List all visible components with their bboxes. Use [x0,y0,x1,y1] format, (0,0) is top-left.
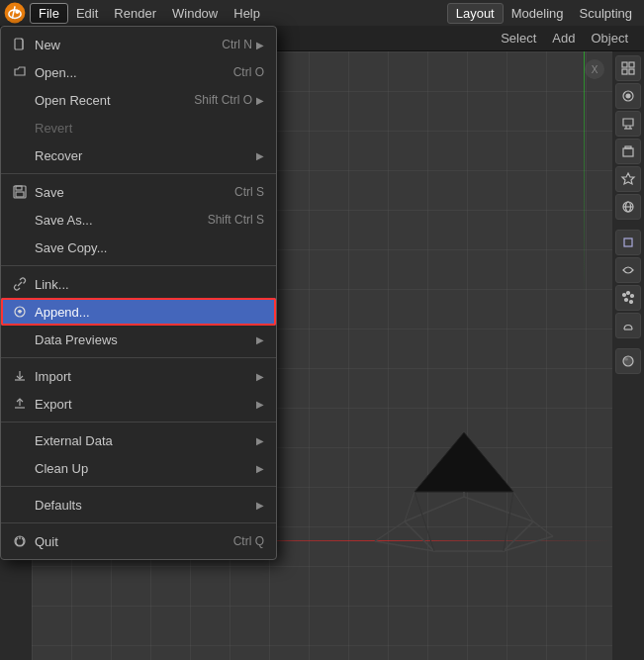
clean-up-arrow: ▶ [256,463,264,474]
menu-render[interactable]: Render [106,4,164,23]
svg-point-42 [631,295,634,298]
properties-scene[interactable] [615,55,641,81]
properties-material[interactable] [615,348,641,374]
open-recent-icon [11,91,29,109]
properties-render[interactable] [615,83,641,109]
menu-bar: File Edit Render Window Help Layout Mode… [0,0,644,26]
menu-item-save-copy[interactable]: Save Copy... [1,234,276,261]
header-add[interactable]: Add [544,29,583,47]
recover-label: Recover [35,148,252,163]
svg-line-21 [405,492,414,521]
export-icon [11,395,29,413]
menu-item-save[interactable]: Save Ctrl S [1,178,276,206]
external-data-arrow: ▶ [256,435,264,446]
properties-object[interactable] [615,230,641,255]
separator-4 [1,422,276,423]
open-recent-arrow: ▶ [256,95,264,106]
open-icon [11,63,29,81]
menu-edit[interactable]: Edit [68,4,106,23]
import-icon [11,367,29,385]
svg-rect-35 [625,146,631,148]
new-shortcut: Ctrl N [222,38,252,51]
import-arrow: ▶ [256,371,264,382]
clean-up-icon [11,459,29,477]
properties-modifier[interactable] [615,257,641,283]
svg-rect-39 [624,238,632,246]
svg-line-18 [533,521,553,536]
file-menu: New Ctrl N ▶ Open... Ctrl O Open Recent … [0,26,277,560]
svg-point-46 [623,356,633,366]
append-icon [11,303,29,321]
menu-item-import[interactable]: Import ▶ [1,362,276,390]
save-copy-icon [11,238,29,256]
separator-5 [1,486,276,487]
properties-view-layer[interactable] [615,139,641,164]
link-icon [11,275,29,293]
open-shortcut: Ctrl O [233,65,264,79]
save-as-shortcut: Shift Ctrl S [208,213,264,227]
workspace-tab-modeling[interactable]: Modeling [504,4,572,23]
new-doc-icon [11,36,29,53]
properties-particles[interactable] [615,285,641,311]
menu-item-revert: Revert [1,114,276,141]
header-object[interactable]: Object [583,29,636,47]
menu-item-new[interactable]: New Ctrl N ▶ [1,31,276,58]
data-previews-icon [11,330,29,348]
svg-rect-25 [622,62,627,67]
workspace-tab-sculpting[interactable]: Sculpting [572,4,640,23]
gizmo-x[interactable]: X [585,59,604,79]
menu-item-append[interactable]: Append... [1,298,276,326]
open-label: Open... [35,65,214,80]
new-arrow: ▶ [256,40,264,50]
properties-output[interactable] [615,111,641,137]
menu-item-link[interactable]: Link... [1,270,276,298]
save-icon [11,183,29,201]
workspace-tab-layout[interactable]: Layout [447,3,504,24]
menu-item-quit[interactable]: Quit Ctrl Q [1,527,276,555]
properties-scene-settings[interactable] [615,166,641,192]
defaults-label: Defaults [35,498,252,513]
viewport-overlays: X [585,59,604,79]
right-panel [612,51,644,660]
header-select[interactable]: Select [493,29,544,47]
revert-label: Revert [35,121,264,136]
export-arrow: ▶ [256,399,264,410]
properties-physics[interactable] [615,313,641,338]
menu-item-save-as[interactable]: Save As... Shift Ctrl S [1,206,276,234]
menu-help[interactable]: Help [226,4,268,23]
svg-point-40 [623,294,626,297]
svg-point-0 [5,3,26,24]
recover-arrow: ▶ [256,150,264,161]
menu-item-external-data[interactable]: External Data ▶ [1,426,276,454]
svg-marker-14 [414,432,513,492]
save-copy-label: Save Copy... [35,240,264,255]
quit-shortcut: Ctrl Q [233,534,264,548]
menu-item-open-recent[interactable]: Open Recent Shift Ctrl O ▶ [1,86,276,114]
data-previews-label: Data Previews [35,332,252,347]
menu-item-open[interactable]: Open... Ctrl O [1,58,276,86]
save-label: Save [35,185,215,200]
properties-world[interactable] [615,194,641,220]
import-label: Import [35,369,252,384]
svg-rect-48 [15,39,23,49]
menu-item-defaults[interactable]: Defaults ▶ [1,491,276,519]
menu-item-recover[interactable]: Recover ▶ [1,141,276,169]
recover-icon [11,146,29,164]
svg-rect-26 [629,62,634,67]
separator-2 [1,265,276,266]
separator-6 [1,522,276,523]
file-dropdown: New Ctrl N ▶ Open... Ctrl O Open Recent … [0,26,277,560]
separator-1 [1,173,276,174]
svg-rect-28 [629,69,634,74]
menu-item-data-previews[interactable]: Data Previews ▶ [1,326,276,353]
quit-label: Quit [35,534,214,549]
menu-window[interactable]: Window [164,4,226,23]
svg-line-22 [513,492,533,521]
menu-file[interactable]: File [30,3,68,24]
menu-item-export[interactable]: Export ▶ [1,390,276,418]
svg-point-44 [630,301,633,304]
open-recent-label: Open Recent [35,93,174,108]
revert-icon [11,119,29,137]
menu-item-clean-up[interactable]: Clean Up ▶ [1,454,276,482]
defaults-icon [11,496,29,514]
